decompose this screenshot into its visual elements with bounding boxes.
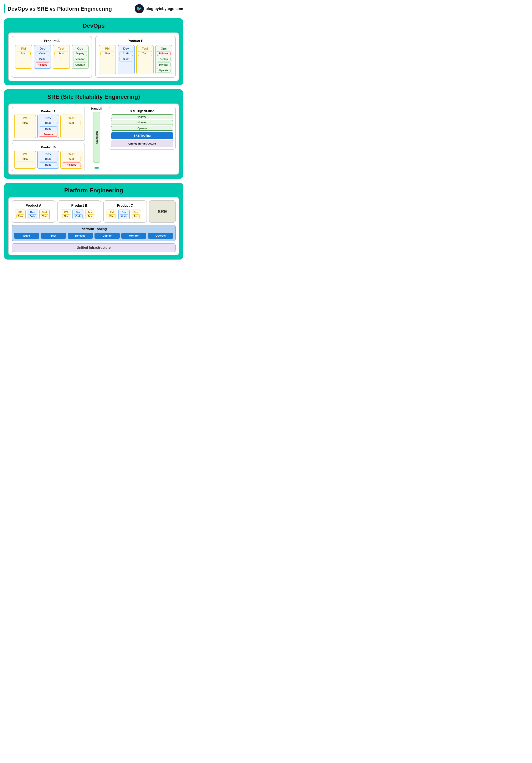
devops-a-ops-operate: Operate [73, 62, 87, 67]
platform-white-box: Product A PM Plan Dev Code Test Test [8, 197, 179, 255]
platform-tooling-title: Platform Tooling [14, 227, 173, 231]
platform-c-dev: Dev Code [118, 210, 130, 219]
platform-product-b: Product B PM Plan Dev Code Test Test [57, 200, 101, 223]
devops-product-b: Product B PM Plan Dev Code Build [95, 36, 176, 78]
platform-layout: Product A PM Plan Dev Code Test Test [12, 200, 176, 252]
devops-a-ops-monitor: Monitor [73, 57, 87, 61]
devops-a-ops-box: Ops Deploy Monitor Operate [72, 45, 89, 69]
devops-b-ops-box: Ops Release Deploy Monitor Operate [155, 45, 173, 74]
sre-b-dev-label: Dev [45, 152, 51, 156]
devops-b-dev-code: Code [119, 51, 133, 56]
sre-section: SRE (Site Reliability Engineering) Produ… [4, 89, 183, 179]
sre-b-test: Test Test Release [60, 151, 82, 169]
platform-b-pm-plan: Plan [62, 214, 70, 218]
devops-title: DevOps [8, 23, 179, 29]
platform-a-pm-label: PM [19, 211, 22, 214]
devops-a-pm-plan: Plan [17, 51, 31, 56]
sre-a-dev-build: Build [39, 126, 57, 131]
platform-tool-operate: Operate [148, 233, 173, 239]
sre-title: SRE (Site Reliability Engineering) [8, 93, 179, 100]
devops-b-test-test: Test [138, 51, 152, 56]
platform-title: Platform Engineering [8, 187, 179, 194]
devops-b-ops-deploy: Deploy [157, 57, 171, 61]
platform-c-dev-code: Code [120, 214, 129, 218]
platform-section: Platform Engineering Product A PM Plan D… [4, 183, 183, 260]
sre-org-operate: Operate [111, 126, 173, 131]
devops-a-pm-label: PM [21, 47, 26, 50]
sre-a-pm-plan: Plan [16, 121, 34, 125]
sre-b-test-test: Test [62, 157, 81, 162]
platform-b-test-test: Test [87, 214, 94, 218]
sre-middle: Handoff Standards ⇒ [87, 107, 106, 171]
platform-a-title: Product A [15, 204, 52, 207]
sre-handoff-label: Handoff [91, 107, 102, 110]
sre-a-test: Test Test [60, 115, 82, 138]
devops-a-test-test: Test [54, 51, 68, 56]
devops-a-dev-label: Dev [40, 47, 45, 50]
platform-c-test-test: Test [132, 214, 140, 218]
platform-b-test: Test Test [85, 210, 96, 219]
platform-b-pm: PM Plan [61, 210, 71, 219]
sre-b-dev-code: Code [39, 157, 57, 162]
logo-icon: 🐦 [135, 4, 144, 13]
page-title: DevOps vs SRE vs Platform Engineering [8, 6, 112, 12]
platform-tool-release: Release [68, 233, 93, 239]
platform-c-title: Product C [107, 204, 143, 207]
sre-org-box: SRE Organization Deploy Monitor Operate … [109, 107, 176, 150]
sre-org-monitor: Monitor [111, 120, 173, 125]
devops-product-a-title: Product A [15, 39, 89, 43]
page-header: DevOps vs SRE vs Platform Engineering 🐦 … [4, 4, 183, 13]
sre-org-title: SRE Organization [111, 109, 173, 113]
platform-tooling-section: Platform Tooling Build Test Release Depl… [12, 225, 176, 241]
platform-a-test-test: Test [41, 214, 48, 218]
sre-layout: Product A PM Plan Dev Code Build Release [12, 107, 176, 171]
platform-tooling-items: Build Test Release Deploy Monitor Operat… [14, 233, 173, 239]
logo-area: 🐦 blog.bytebytego.com [135, 4, 183, 13]
sre-b-test-release: Release [62, 163, 81, 167]
platform-c-pm: PM Plan [107, 210, 117, 219]
sre-product-b-title: Product B [14, 146, 82, 149]
platform-b-pm-label: PM [64, 211, 68, 214]
platform-c-teams: PM Plan Dev Code Test Test [107, 210, 143, 219]
devops-product-b-teams: PM Plan Dev Code Build Test Test [99, 45, 172, 74]
platform-a-dev: Dev Code [27, 210, 38, 219]
devops-white-box: Product A PM Plan Dev Code Build Release [8, 33, 179, 81]
platform-tool-build: Build [14, 233, 39, 239]
platform-a-dev-label: Dev [30, 211, 35, 214]
devops-product-a: Product A PM Plan Dev Code Build Release [12, 36, 92, 78]
sre-b-pm: PM Plan [14, 151, 36, 169]
platform-a-test: Test Test [39, 210, 50, 219]
sre-right: SRE Organization Deploy Monitor Operate … [109, 107, 176, 171]
devops-b-pm-label: PM [105, 47, 110, 50]
platform-c-test: Test Test [131, 210, 141, 219]
devops-a-dev-box: Dev Code Build Release [34, 45, 51, 69]
platform-b-title: Product B [61, 204, 98, 207]
sre-product-a-teams: PM Plan Dev Code Build Release Test Test [14, 115, 82, 138]
devops-section: DevOps Product A PM Plan Dev Code Build [4, 18, 183, 85]
platform-a-test-label: Test [42, 211, 47, 214]
platform-c-dev-label: Dev [122, 211, 126, 214]
devops-product-a-teams: PM Plan Dev Code Build Release Test Test [15, 45, 89, 69]
sre-b-pm-plan: Plan [16, 157, 34, 162]
platform-b-dev-label: Dev [76, 211, 81, 214]
sre-a-pm-label: PM [23, 116, 28, 120]
platform-b-dev-code: Code [74, 214, 83, 218]
platform-b-test-label: Test [88, 211, 93, 214]
devops-b-test-label: Test [142, 47, 148, 50]
sre-unified-infra: Unified Infrastructure [111, 140, 173, 147]
platform-sre-label: SRE [157, 209, 167, 214]
platform-products-row: Product A PM Plan Dev Code Test Test [12, 200, 176, 223]
sre-a-pm: PM Plan [14, 115, 36, 138]
devops-b-dev-label: Dev [123, 47, 129, 50]
devops-row: Product A PM Plan Dev Code Build Release [12, 36, 176, 78]
platform-c-pm-label: PM [110, 211, 114, 214]
sre-white-box: Product A PM Plan Dev Code Build Release [8, 104, 179, 174]
devops-b-ops-operate: Operate [157, 68, 171, 73]
sre-b-pm-label: PM [23, 152, 28, 156]
sre-org-deploy: Deploy [111, 114, 173, 119]
platform-b-teams: PM Plan Dev Code Test Test [61, 210, 98, 219]
sre-product-b: Product B PM Plan Dev Code Build Test [12, 143, 85, 171]
devops-a-test-box: Test Test [53, 45, 70, 69]
platform-product-a: Product A PM Plan Dev Code Test Test [12, 200, 55, 223]
sre-left: Product A PM Plan Dev Code Build Release [12, 107, 85, 171]
